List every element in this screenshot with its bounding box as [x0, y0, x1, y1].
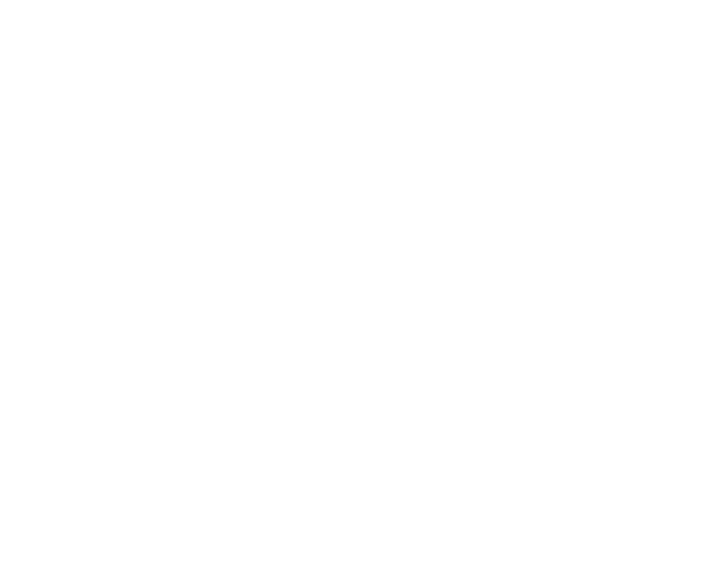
er-diagram-canvas	[0, 0, 728, 572]
